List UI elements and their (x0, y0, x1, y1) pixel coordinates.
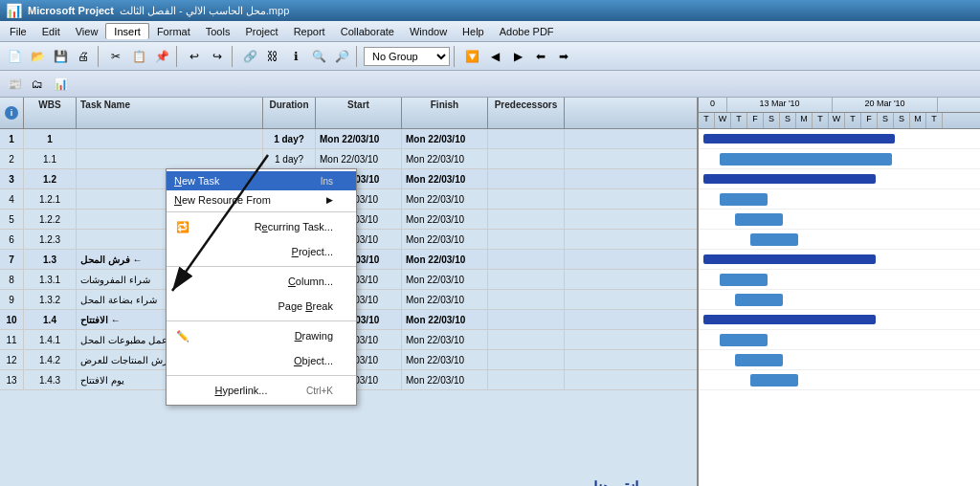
sep5 (454, 46, 457, 67)
gantt-row (699, 149, 980, 169)
tb2-btn3[interactable]: 📊 (50, 74, 71, 95)
dd-recurring-task[interactable]: 🔁 Recurring Task... (167, 214, 356, 239)
unlink-btn[interactable]: ⛓ (262, 46, 283, 67)
cell-finish: Mon 22/03/10 (402, 330, 488, 349)
dd-new-resource-label: New Resource From (174, 194, 271, 206)
table-row[interactable]: 1 1 1 day? Mon 22/03/10 Mon 22/03/10 (0, 129, 697, 149)
cell-pred (488, 370, 565, 389)
tb2-btn2[interactable]: 🗂 (27, 74, 48, 95)
gantt-bar (735, 354, 783, 366)
open-btn[interactable]: 📂 (27, 46, 48, 67)
day-header: S (894, 113, 910, 128)
dd-project-label: Project... (292, 246, 333, 257)
cell-name (77, 149, 263, 168)
new-btn[interactable]: 📄 (4, 46, 25, 67)
toolbar-row1: 📄 📂 💾 🖨 ✂ 📋 📌 ↩ ↪ 🔗 ⛓ ℹ 🔍 🔎 No Group 🔽 ◀… (0, 42, 980, 71)
gantt-row (699, 330, 980, 350)
day-header: F (861, 113, 878, 128)
print-btn[interactable]: 🖨 (73, 46, 94, 67)
title-bar: 📊 Microsoft Project محل الحاسب الالي - ا… (0, 0, 980, 21)
menu-report[interactable]: Report (286, 24, 333, 39)
col-header-start: Start (316, 98, 402, 128)
cell-wbs: 1.4.1 (24, 330, 77, 349)
cell-pred (488, 210, 565, 229)
zoom-out-btn[interactable]: 🔎 (331, 46, 352, 67)
dd-hyperlink[interactable]: Hyperlink... Ctrl+K (167, 378, 356, 403)
page-break-icon (174, 298, 191, 315)
menu-insert[interactable]: Insert (105, 23, 149, 39)
insert-dropdown-menu: New Task Ins New Resource From ▶ 🔁 Recur… (166, 168, 357, 406)
day-header: F (747, 113, 764, 128)
paste-btn[interactable]: 📌 (151, 46, 172, 67)
cell-pred (488, 250, 565, 269)
cut-btn[interactable]: ✂ (105, 46, 126, 67)
cell-rownum: 4 (0, 189, 24, 209)
menu-format[interactable]: Format (149, 24, 198, 39)
dd-new-resource[interactable]: New Resource From ▶ (167, 190, 356, 210)
menu-view[interactable]: View (68, 24, 106, 39)
cell-finish: Mon 22/03/10 (402, 189, 488, 209)
menu-file[interactable]: File (2, 24, 34, 39)
recurring-icon: 🔁 (174, 218, 191, 235)
menu-tools[interactable]: Tools (198, 24, 238, 39)
gantt-row (699, 230, 980, 250)
dd-column[interactable]: Column... (167, 269, 356, 294)
dd-drawing[interactable]: ✏️ Drawing (167, 323, 356, 348)
dd-new-task[interactable]: New Task Ins (167, 171, 356, 190)
gantt-bar (703, 174, 876, 184)
menu-window[interactable]: Window (402, 24, 455, 39)
dd-hyperlink-shortcut: Ctrl+K (306, 386, 333, 396)
gantt-chart: 0 13 Mar '10 20 Mar '10 TWTFSSMTWTFSSMT (699, 98, 980, 486)
sep1 (98, 46, 101, 67)
dd-recurring-label: Recurring Task... (255, 221, 333, 232)
cell-finish: Mon 22/03/10 (402, 230, 488, 249)
sep2 (176, 46, 180, 67)
gantt-bar (750, 374, 798, 387)
gantt-bar (750, 233, 798, 246)
dd-object[interactable]: Object... (167, 348, 356, 373)
scroll-left-btn[interactable]: ⬅ (530, 46, 551, 67)
cell-pred (488, 270, 565, 289)
cell-wbs: 1.3.1 (24, 270, 77, 289)
dd-sep1 (167, 211, 356, 212)
menu-project[interactable]: Project (237, 24, 285, 39)
dd-project[interactable]: Project... (167, 239, 356, 264)
menu-edit[interactable]: Edit (34, 24, 68, 39)
tb2-btn1[interactable]: 📰 (4, 74, 25, 95)
undo-btn[interactable]: ↩ (184, 46, 205, 67)
info-btn[interactable]: ℹ (285, 46, 306, 67)
gantt-bar (703, 315, 876, 324)
gantt-row (699, 210, 980, 230)
scroll-right-btn[interactable]: ➡ (553, 46, 574, 67)
save-btn[interactable]: 💾 (50, 46, 71, 67)
nav-fwd-btn[interactable]: ▶ (507, 46, 528, 67)
dd-sep2 (167, 266, 356, 267)
dd-page-break[interactable]: Page Break (167, 294, 356, 319)
redo-btn[interactable]: ↪ (207, 46, 228, 67)
menu-collaborate[interactable]: Collaborate (333, 24, 402, 39)
day-header: T (845, 113, 861, 128)
cell-finish: Mon 22/03/10 (402, 290, 488, 309)
cell-wbs: 1 (24, 129, 77, 148)
cell-pred (488, 330, 565, 349)
cell-pred (488, 169, 565, 188)
col-header-rownum: i (0, 98, 24, 128)
gantt-bar (735, 294, 783, 306)
link-btn[interactable]: 🔗 (239, 46, 260, 67)
cell-finish: Mon 22/03/10 (402, 149, 488, 168)
group-dropdown[interactable]: No Group (364, 47, 450, 66)
gantt-row (699, 270, 980, 290)
cell-wbs: 1.2.3 (24, 230, 77, 249)
cell-finish: Mon 22/03/10 (402, 129, 488, 148)
gantt-row (699, 370, 980, 390)
filter-btn[interactable]: 🔽 (461, 46, 482, 67)
menu-help[interactable]: Help (455, 24, 492, 39)
table-row[interactable]: 2 1.1 1 day? Mon 22/03/10 Mon 22/03/10 (0, 149, 697, 169)
nav-back-btn[interactable]: ◀ (484, 46, 505, 67)
cell-rownum: 2 (0, 149, 24, 168)
menu-adobe[interactable]: Adobe PDF (492, 24, 562, 39)
gantt-bar (703, 134, 895, 144)
copy-btn[interactable]: 📋 (128, 46, 149, 67)
cell-wbs: 1.1 (24, 149, 77, 168)
zoom-in-btn[interactable]: 🔍 (308, 46, 329, 67)
